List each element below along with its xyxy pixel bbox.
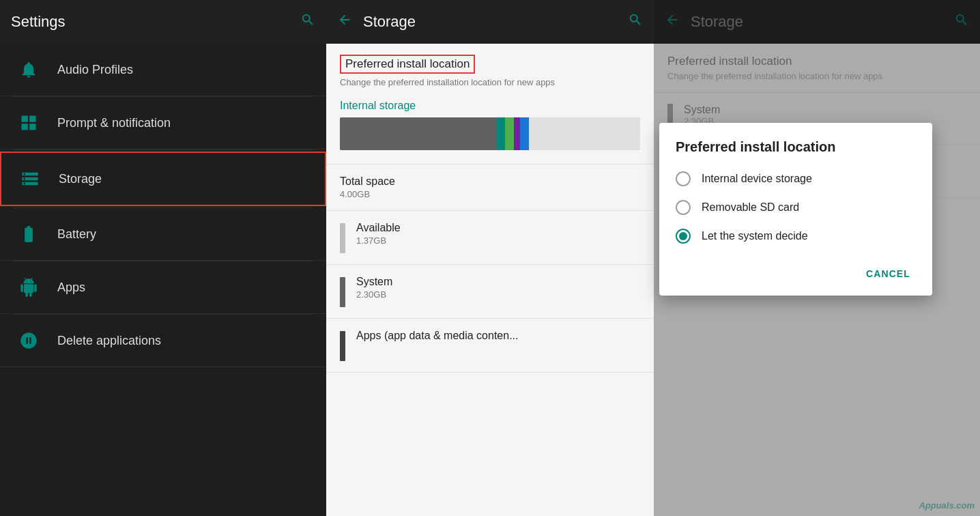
available-color xyxy=(340,223,345,253)
storage-bar xyxy=(340,117,640,150)
dialog-actions: CANCEL xyxy=(676,257,916,285)
settings-top-bar: Settings xyxy=(0,0,326,44)
bar-used-segment xyxy=(340,117,496,150)
sidebar-item-prompt-label: Prompt & notification xyxy=(57,116,171,130)
radio-label-system: Let the system decide xyxy=(702,230,808,242)
preferred-install-dialog: Preferred install location Internal devi… xyxy=(659,123,932,296)
settings-search-icon[interactable] xyxy=(300,12,315,31)
settings-title: Settings xyxy=(11,13,300,31)
radio-label-internal: Internal device storage xyxy=(702,173,812,185)
bar-blue-segment xyxy=(520,117,529,150)
radio-option-system[interactable]: Let the system decide xyxy=(676,229,916,244)
sidebar-item-apps[interactable]: Apps xyxy=(0,261,326,314)
sidebar-item-audio-label: Audio Profiles xyxy=(57,63,133,77)
storage-icon xyxy=(18,167,42,191)
radio-inner-system xyxy=(679,232,687,240)
apps-color xyxy=(340,331,345,361)
bar-purple-segment xyxy=(514,117,520,150)
bell-icon xyxy=(16,57,41,82)
storage-content: Preferred install location Change the pr… xyxy=(326,44,654,516)
internal-storage-label: Internal storage xyxy=(340,100,640,112)
settings-panel: Settings Audio Profiles Prompt & notific… xyxy=(0,0,326,516)
available-item: Available 1.37GB xyxy=(326,211,654,265)
pref-install-title: Preferred install location xyxy=(345,57,470,71)
dialog-overlay: Preferred install location Internal devi… xyxy=(654,0,980,516)
apps-item: Apps (app data & media conten... xyxy=(326,319,654,373)
storage-top-bar: Storage xyxy=(326,0,654,44)
available-value: 1.37GB xyxy=(356,235,640,246)
android-icon xyxy=(16,275,41,300)
radio-circle-sdcard xyxy=(676,200,691,215)
sidebar-item-apps-label: Apps xyxy=(57,281,85,295)
storage-panel: Storage Preferred install location Chang… xyxy=(326,0,654,516)
pref-install-subtitle: Change the preferred installation locati… xyxy=(340,76,640,89)
total-space-section: Total space 4.00GB xyxy=(326,164,654,211)
storage-search-icon[interactable] xyxy=(628,12,643,31)
system-label: System xyxy=(356,276,640,288)
system-item: System 2.30GB xyxy=(326,265,654,319)
bar-green-segment xyxy=(505,117,514,150)
battery-icon xyxy=(16,222,41,246)
storage-title: Storage xyxy=(363,13,628,31)
divider xyxy=(14,149,313,150)
total-space-label: Total space xyxy=(340,175,640,188)
available-label: Available xyxy=(356,222,640,234)
system-value: 2.30GB xyxy=(356,289,640,300)
sidebar-item-storage[interactable]: Storage xyxy=(0,152,326,206)
recycle-icon xyxy=(16,328,41,353)
grid-icon xyxy=(16,111,41,135)
radio-option-internal[interactable]: Internal device storage xyxy=(676,171,916,186)
sidebar-item-battery-label: Battery xyxy=(57,227,96,242)
pref-install-section[interactable]: Preferred install location Change the pr… xyxy=(326,44,654,164)
dialog-title: Preferred install location xyxy=(676,139,916,155)
radio-label-sdcard: Removable SD card xyxy=(702,201,799,214)
storage-back-icon[interactable] xyxy=(337,12,352,31)
storage-dialog-panel: Storage Preferred install location Chang… xyxy=(654,0,980,516)
total-space-value: 4.00GB xyxy=(340,189,640,199)
system-color xyxy=(340,277,345,307)
dialog-cancel-button[interactable]: CANCEL xyxy=(861,263,916,285)
sidebar-item-prompt[interactable]: Prompt & notification xyxy=(0,97,326,149)
radio-option-sdcard[interactable]: Removable SD card xyxy=(676,200,916,215)
radio-circle-system xyxy=(676,229,691,244)
available-info: Available 1.37GB xyxy=(356,222,640,246)
apps-info: Apps (app data & media conten... xyxy=(356,330,640,342)
sidebar-item-delete-label: Delete applications xyxy=(57,334,161,348)
sidebar-item-delete[interactable]: Delete applications xyxy=(0,315,326,367)
radio-circle-internal xyxy=(676,171,691,186)
sidebar-item-battery[interactable]: Battery xyxy=(0,208,326,261)
sidebar-item-audio[interactable]: Audio Profiles xyxy=(0,44,326,96)
apps-label: Apps (app data & media conten... xyxy=(356,330,640,342)
bar-free-segment xyxy=(529,117,640,150)
settings-list: Audio Profiles Prompt & notification Sto… xyxy=(0,44,326,516)
bar-teal-segment xyxy=(496,117,505,150)
sidebar-item-storage-label: Storage xyxy=(59,172,102,186)
system-info: System 2.30GB xyxy=(356,276,640,300)
